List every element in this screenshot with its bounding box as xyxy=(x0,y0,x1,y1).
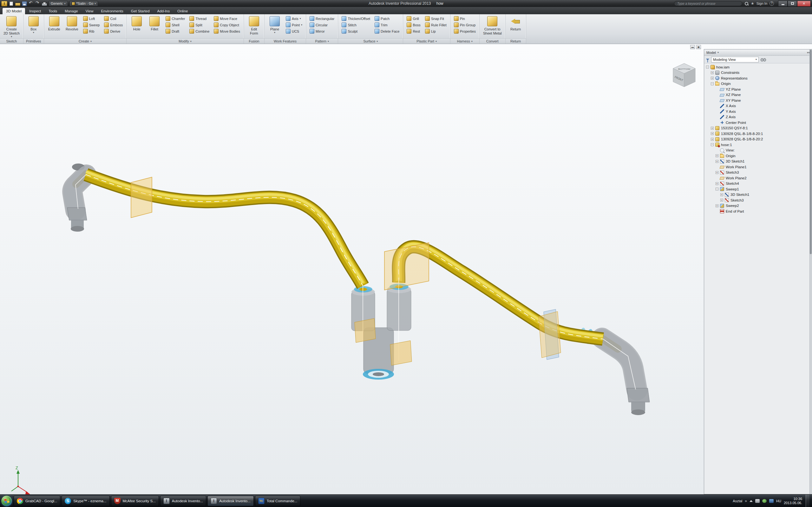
tree-item-center-point[interactable]: Center Point xyxy=(704,120,812,125)
browser-header[interactable]: Model ▾ ▾▾ xyxy=(704,49,812,56)
ribbon-group-label[interactable]: Pattern▾ xyxy=(306,38,338,44)
tree-item-xy-plane[interactable]: XY Plane xyxy=(704,98,812,103)
ribbon-button-draft[interactable]: Draft xyxy=(164,28,186,34)
find-icon[interactable] xyxy=(761,58,766,61)
ribbon-button-axis[interactable]: Axis▾ xyxy=(285,15,304,21)
minimize-button[interactable] xyxy=(778,1,788,7)
taskbar-button-grabcad-googl[interactable]: GrabCAD - Googl... xyxy=(14,496,60,506)
ribbon-button-return[interactable]: Return xyxy=(507,15,524,32)
view-mode-select[interactable]: Modeling View ▾ xyxy=(711,57,759,62)
tab-view[interactable]: View xyxy=(82,8,97,14)
tree-expander[interactable]: + xyxy=(711,127,714,130)
browser-scrollbar[interactable] xyxy=(809,49,812,494)
tree-expander[interactable]: + xyxy=(716,171,718,174)
ribbon-button-combine[interactable]: Combine xyxy=(188,28,211,34)
new-file-icon[interactable] xyxy=(9,2,13,6)
show-desktop-button[interactable] xyxy=(806,495,809,507)
tree-expander[interactable]: + xyxy=(716,154,718,157)
tree-item-sketch3[interactable]: +Sketch3 xyxy=(704,170,812,176)
ribbon-button-lip[interactable]: Lip xyxy=(424,28,448,34)
tree-item-hose-1[interactable]: −hose:1 xyxy=(704,142,812,148)
tree-expander[interactable]: + xyxy=(711,138,714,141)
tree-expander[interactable]: − xyxy=(711,143,714,146)
ribbon-group-label[interactable]: Return xyxy=(506,38,526,44)
ribbon-button-grill[interactable]: Grill xyxy=(405,15,421,21)
ribbon-group-label[interactable]: Sketch xyxy=(0,38,23,44)
ribbon-button-mirror[interactable]: Mirror xyxy=(308,28,336,34)
model-scene[interactable]: BOTTOM FRONT Z X xyxy=(0,44,812,494)
ribbon-button-copy-object[interactable]: Copy Object xyxy=(212,22,241,28)
ribbon-button-delete-face[interactable]: Delete Face xyxy=(373,28,401,34)
ribbon-group-label[interactable]: Surface▾ xyxy=(338,38,403,44)
favorites-star-icon[interactable]: ★ xyxy=(751,1,754,6)
doc-restore-icon[interactable]: ▣ xyxy=(696,45,701,49)
ribbon-button-thread[interactable]: Thread xyxy=(188,15,211,21)
ribbon-button-extrude[interactable]: Extrude xyxy=(46,15,63,32)
ribbon-button-rib[interactable]: Rib xyxy=(82,28,101,34)
ribbon-button-stitch[interactable]: Stitch xyxy=(340,22,371,28)
ribbon-button-rest[interactable]: Rest xyxy=(405,28,421,34)
tree-item-end-of-part[interactable]: End of Part xyxy=(704,209,812,214)
toolbar-chevron-icon[interactable]: » xyxy=(745,499,747,503)
tree-expander[interactable]: + xyxy=(716,182,718,185)
tab-online[interactable]: Online xyxy=(174,8,191,14)
tab-environments[interactable]: Environments xyxy=(97,8,126,14)
ribbon-button-rule-fillet[interactable]: Rule Fillet xyxy=(424,22,448,28)
tab-manage[interactable]: Manage xyxy=(61,8,82,14)
ribbon-button-derive[interactable]: Derive xyxy=(103,28,124,34)
application-menu-button[interactable]: I xyxy=(1,1,7,6)
close-button[interactable]: ✕ xyxy=(797,1,811,7)
tree-item-sketch3[interactable]: +Sketch3 xyxy=(704,198,812,203)
ribbon-button-circular[interactable]: Circular xyxy=(308,22,336,28)
tree-item-constraints[interactable]: +Constraints xyxy=(704,70,812,76)
ribbon-group-label[interactable]: Primitives xyxy=(23,38,44,44)
ribbon-button-thicken-offset[interactable]: Thicken/Offset xyxy=(340,15,371,21)
material-combo[interactable]: Generic ▾ xyxy=(49,1,68,6)
tree-expander[interactable]: − xyxy=(711,82,714,85)
viewcube[interactable]: BOTTOM FRONT xyxy=(673,63,695,87)
ribbon-button-point[interactable]: Point▾ xyxy=(285,22,304,28)
ribbon-button-emboss[interactable]: Emboss xyxy=(103,22,124,28)
tree-item-z-axis[interactable]: Z Axis xyxy=(704,114,812,120)
ribbon-button-shell[interactable]: Shell xyxy=(164,22,186,28)
tree-item-work-plane2[interactable]: Work Plane2 xyxy=(704,175,812,181)
ribbon-button-trim[interactable]: Trim xyxy=(373,22,401,28)
tree-item-3d-sketch1[interactable]: +3D Sketch1 xyxy=(704,159,812,164)
tree-item-sweep1[interactable]: −Sweep1 xyxy=(704,186,812,192)
tree-expander[interactable]: + xyxy=(720,199,723,202)
ribbon-button-properties[interactable]: Properties xyxy=(453,28,477,34)
tree-expander[interactable]: + xyxy=(711,71,714,74)
tree-item-130928-qsl-b-1-8-8-20-1[interactable]: +130928 QSL-B-1/8-8-20:1 xyxy=(704,131,812,136)
ribbon-button-move-face[interactable]: Move Face xyxy=(212,15,241,21)
tree-expander[interactable]: + xyxy=(716,160,718,163)
tree-expander[interactable]: + xyxy=(720,193,723,196)
print-icon[interactable] xyxy=(42,3,47,6)
taskbar-button-autodesk-invento[interactable]: Autodesk Invento... xyxy=(207,496,253,506)
tree-item-yz-plane[interactable]: YZ Plane xyxy=(704,87,812,92)
doc-minimize-icon[interactable]: ▬ xyxy=(690,45,695,49)
ribbon-group-label[interactable]: Convert xyxy=(479,38,505,44)
ribbon-button-patch[interactable]: Patch xyxy=(373,15,401,21)
ribbon-button-edit-form[interactable]: EditForm xyxy=(246,15,263,36)
redo-icon[interactable] xyxy=(35,1,40,6)
ribbon-button-pin-group[interactable]: Pin Group xyxy=(453,22,477,28)
tree-item-sketch4[interactable]: +Sketch4 xyxy=(704,181,812,187)
clock[interactable]: 10:36 2013.05.06. xyxy=(784,497,802,505)
language-indicator[interactable]: HU xyxy=(776,499,781,503)
tree-item-y-axis[interactable]: Y Axis xyxy=(704,109,812,114)
ribbon-button-boss[interactable]: Boss xyxy=(405,22,421,28)
search-input[interactable] xyxy=(674,1,742,6)
maximize-button[interactable] xyxy=(788,1,797,7)
tree-expander[interactable]: + xyxy=(711,77,714,79)
ribbon-button-split[interactable]: Split xyxy=(188,22,211,28)
tree-expander[interactable]: − xyxy=(706,66,709,68)
tree-item-view[interactable]: View: xyxy=(704,148,812,153)
tree-item-sweep2[interactable]: +Sweep2 xyxy=(704,203,812,209)
tree-item-work-plane1[interactable]: Work Plane1 xyxy=(704,164,812,170)
tab-add-ins[interactable]: Add-Ins xyxy=(154,8,173,14)
save-icon[interactable] xyxy=(22,1,27,6)
taskbar-button-mcafee-security-s[interactable]: McAfee Security S... xyxy=(111,496,159,506)
undo-icon[interactable] xyxy=(29,1,34,6)
ribbon-group-label[interactable]: Fusion xyxy=(244,38,264,44)
tree-expander[interactable]: + xyxy=(716,205,718,207)
